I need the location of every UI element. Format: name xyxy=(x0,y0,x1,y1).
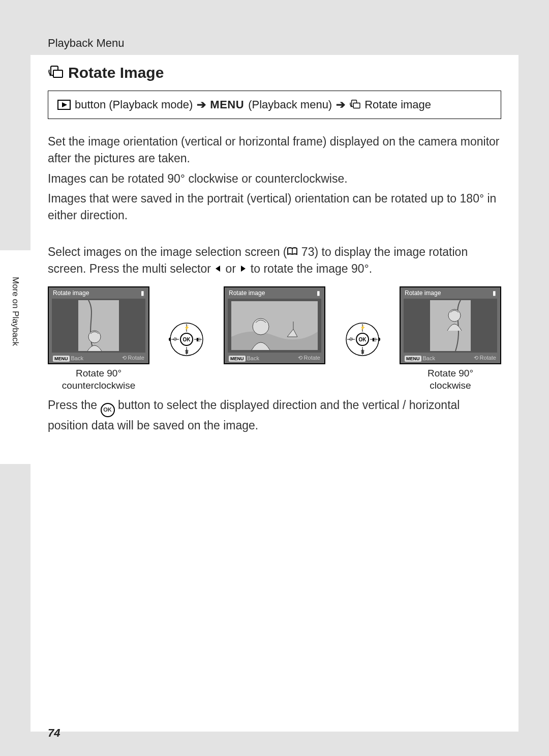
back-label: Back xyxy=(423,355,435,361)
body-text: Set the image orientation (vertical or h… xyxy=(48,133,501,167)
svg-text:⏱: ⏱ xyxy=(349,337,353,342)
multi-selector-icon: OK ⚡ 🗑 ⏱ ◧ xyxy=(345,322,380,357)
svg-text:🗑: 🗑 xyxy=(185,349,189,354)
figure-caption-left: Rotate 90° counterclockwise xyxy=(48,367,149,392)
svg-text:🗑: 🗑 xyxy=(360,349,365,354)
breadcrumb-step-2: (Playback menu) xyxy=(248,98,332,111)
svg-text:OK: OK xyxy=(359,337,367,342)
figure-center: Rotate image ▮ MENUBack xyxy=(224,286,325,364)
screen-image-portrait xyxy=(52,299,145,353)
battery-icon: ▮ xyxy=(493,289,496,297)
screen-image-landscape xyxy=(228,299,321,353)
right-arrow-icon xyxy=(239,265,247,273)
svg-point-34 xyxy=(448,309,461,322)
page-title-text: Rotate Image xyxy=(68,64,164,81)
breadcrumb-step-1: button (Playback mode) xyxy=(75,98,193,111)
text-frag: to rotate the image 90°. xyxy=(247,262,372,275)
body-text: Images can be rotated 90° clockwise or c… xyxy=(48,170,501,187)
svg-text:⚡: ⚡ xyxy=(360,325,366,331)
page-number: 74 xyxy=(48,726,60,740)
camera-screen: Rotate image ▮ MENUBack xyxy=(224,286,325,364)
screen-image-portrait xyxy=(404,299,497,353)
figure-caption-right: Rotate 90° clockwise xyxy=(400,367,501,392)
figure-left: Rotate image ▮ MENUBack ⟲ Rotate xyxy=(48,286,149,392)
back-label: Back xyxy=(247,355,259,361)
svg-text:◧: ◧ xyxy=(196,337,201,342)
page-ref-icon xyxy=(287,247,298,256)
ok-button-icon: OK xyxy=(101,403,115,417)
camera-screen: Rotate image ▮ MENUBack ⟲ Rotate xyxy=(48,286,149,364)
text-frag: Select images on the image selection scr… xyxy=(48,245,287,258)
battery-icon: ▮ xyxy=(317,289,320,297)
menu-tag: MENU xyxy=(229,356,246,362)
text-frag: Press the xyxy=(48,398,101,412)
screen-title: Rotate image xyxy=(229,289,265,297)
rotate-label: ⟲ Rotate xyxy=(122,355,144,361)
rotate-label: ⟲ Rotate xyxy=(298,355,320,361)
breadcrumb: button (Playback mode) ➔ MENU (Playback … xyxy=(48,91,501,119)
body-text: Press the OK button to select the displa… xyxy=(48,397,501,434)
body-text: Select images on the image selection scr… xyxy=(48,244,501,278)
svg-point-7 xyxy=(88,331,101,343)
breadcrumb-step-3: Rotate image xyxy=(364,98,431,111)
page-ref: 73 xyxy=(298,245,314,258)
back-label: Back xyxy=(71,355,83,361)
svg-rect-4 xyxy=(353,103,360,108)
rotate-label: ⟲ Rotate xyxy=(474,355,496,361)
svg-point-20 xyxy=(253,318,269,335)
svg-rect-33 xyxy=(430,300,471,351)
left-arrow-icon xyxy=(214,265,222,273)
menu-label: MENU xyxy=(210,98,244,111)
arrow-icon: ➔ xyxy=(197,98,206,111)
menu-tag: MENU xyxy=(405,356,421,362)
rotate-image-icon xyxy=(349,100,360,110)
page-body: Rotate Image button (Playback mode) ➔ ME… xyxy=(30,55,518,732)
camera-screen: Rotate image ▮ MENUBack ⟲ Rotate xyxy=(400,286,501,364)
svg-text:◧: ◧ xyxy=(372,337,377,342)
multi-selector-icon: OK ⚡ 🗑 ⏱ ◧ xyxy=(169,322,204,357)
svg-text:⏱: ⏱ xyxy=(173,337,177,342)
side-tab: More on Playback xyxy=(0,250,30,464)
body-text: Images that were saved in the portrait (… xyxy=(48,190,501,224)
menu-tag: MENU xyxy=(53,356,70,362)
svg-text:⚡: ⚡ xyxy=(184,325,190,331)
svg-rect-1 xyxy=(53,70,63,77)
screen-title: Rotate image xyxy=(53,289,89,297)
page-title: Rotate Image xyxy=(48,64,501,81)
svg-rect-6 xyxy=(78,300,119,351)
text-frag: or xyxy=(222,262,239,275)
arrow-icon: ➔ xyxy=(336,98,345,111)
figure-right: Rotate image ▮ MENUBack ⟲ Rotate xyxy=(400,286,501,392)
figure-row: Rotate image ▮ MENUBack ⟲ Rotate xyxy=(48,286,501,392)
section-header: Playback Menu xyxy=(48,37,124,49)
screen-title: Rotate image xyxy=(405,289,441,297)
rotate-image-icon xyxy=(48,66,63,80)
svg-text:OK: OK xyxy=(183,337,191,342)
battery-icon: ▮ xyxy=(141,289,144,297)
side-tab-label: More on Playback xyxy=(10,277,20,346)
playback-button-icon xyxy=(57,100,71,110)
